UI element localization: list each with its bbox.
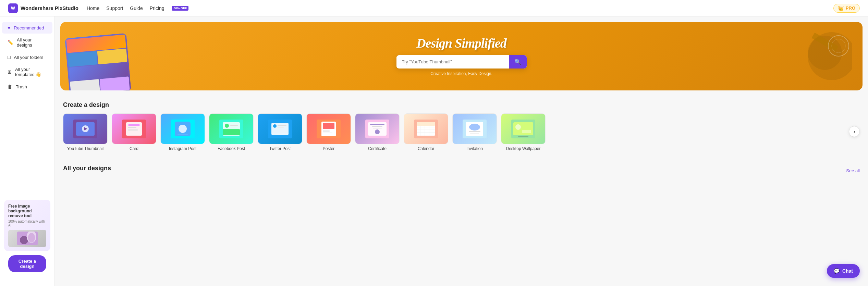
all-designs-section: All your designs See all [55, 159, 868, 187]
nav-support[interactable]: Support [106, 5, 123, 11]
svg-rect-21 [178, 135, 188, 135]
svg-rect-37 [323, 130, 330, 132]
certificate-label: Certificate [355, 146, 400, 151]
facebook-thumb [209, 113, 254, 144]
create-section-title: Create a design [63, 101, 860, 109]
design-card-certificate[interactable]: Certificate [355, 113, 400, 151]
brand-icon: W [8, 3, 18, 13]
svg-rect-42 [372, 126, 382, 127]
svg-point-20 [179, 125, 187, 133]
search-icon: 🔍 [514, 59, 521, 65]
sidebar-label-all-folders: All your folders [14, 55, 43, 60]
sidebar-item-trash[interactable]: 🗑 Trash [2, 81, 52, 92]
hero-right-decoration [787, 22, 856, 90]
poster-label: Poster [306, 146, 351, 151]
hero-right-graphic [791, 25, 852, 87]
sidebar-label-all-designs: All your designs [17, 37, 47, 48]
card-thumb [112, 113, 156, 144]
nav-guide[interactable]: Guide [130, 5, 143, 11]
twitter-label: Twitter Post [258, 146, 302, 151]
svg-rect-16 [128, 127, 136, 128]
hero-tablet-mockup [65, 33, 131, 90]
sidebar: ♥ Recommended ✏️ All your designs □ All … [0, 16, 55, 286]
search-input[interactable] [396, 56, 509, 68]
create-design-button[interactable]: Create a design [8, 255, 46, 272]
design-cards-row: YouTube Thumbnail Card [63, 113, 860, 154]
design-card-card[interactable]: Card [112, 113, 156, 151]
sidebar-label-trash: Trash [16, 84, 27, 89]
wallpaper-thumb [501, 113, 546, 144]
free-tool-title: Free image background remove tool [8, 204, 46, 218]
search-button[interactable]: 🔍 [509, 55, 527, 69]
svg-rect-36 [323, 123, 334, 129]
hero-title: Design Simplified [396, 36, 527, 51]
hero-banner: Design Simplified 🔍 Creative Inspiration… [60, 22, 863, 90]
chat-button[interactable]: 💬 Chat [827, 264, 860, 278]
sidebar-item-all-folders[interactable]: □ All your folders [2, 51, 52, 63]
design-card-invitation[interactable]: Invitation [452, 113, 497, 151]
svg-rect-47 [417, 122, 435, 126]
svg-rect-33 [272, 130, 288, 133]
design-card-wallpaper[interactable]: Desktop Wallpaper [501, 113, 546, 151]
section-header: All your designs See all [63, 165, 860, 177]
calendar-label: Calendar [404, 146, 448, 151]
svg-rect-57 [469, 131, 480, 132]
heart-icon: ♥ [8, 25, 10, 30]
twitter-thumb [258, 113, 302, 144]
free-tool-card[interactable]: Free image background remove tool 100% a… [4, 200, 50, 251]
nav-home[interactable]: Home [87, 5, 99, 11]
nav-links: Home Support Guide Pricing 60% OFF [87, 5, 188, 11]
svg-point-56 [469, 124, 480, 130]
design-card-poster[interactable]: Poster [306, 113, 351, 151]
svg-rect-27 [223, 129, 240, 135]
design-card-facebook[interactable]: Facebook Post [209, 113, 254, 151]
youtube-thumb [63, 113, 108, 144]
wallpaper-label: Desktop Wallpaper [501, 146, 546, 151]
design-card-youtube[interactable]: YouTube Thumbnail [63, 113, 108, 151]
carousel-next-button[interactable]: › [849, 126, 860, 137]
see-all-link[interactable]: See all [846, 168, 860, 173]
hero-search[interactable]: 🔍 [396, 55, 527, 69]
svg-rect-17 [128, 129, 138, 130]
design-card-twitter[interactable]: Twitter Post [258, 113, 302, 151]
design-card-instagram[interactable]: Instagram Post [160, 113, 205, 151]
crown-icon: 👑 [838, 5, 844, 11]
grid-icon: ⊞ [8, 69, 12, 75]
hero-tablet-inner [65, 33, 131, 90]
instagram-label: Instagram Post [160, 146, 205, 151]
svg-rect-26 [230, 127, 236, 127]
main-content: Design Simplified 🔍 Creative Inspiration… [55, 16, 868, 286]
sidebar-item-all-designs[interactable]: ✏️ All your designs [2, 34, 52, 51]
svg-point-24 [225, 124, 229, 128]
sidebar-item-recommended[interactable]: ♥ Recommended [2, 22, 52, 34]
youtube-label: YouTube Thumbnail [63, 146, 108, 151]
nav-pricing[interactable]: Pricing [150, 5, 164, 11]
invitation-thumb [452, 113, 497, 144]
pro-label: PRO [846, 5, 855, 11]
pro-badge[interactable]: 👑 PRO [833, 4, 860, 13]
invitation-label: Invitation [452, 146, 497, 151]
sidebar-bottom: Free image background remove tool 100% a… [0, 196, 54, 281]
svg-point-30 [273, 124, 277, 128]
hero-subtitle: Creative Inspiration, Easy Design. [396, 71, 527, 76]
card-label: Card [112, 146, 156, 151]
sidebar-label-recommended: Recommended [14, 25, 44, 30]
create-design-section: Create a design YouTube Thumbnail [55, 96, 868, 159]
brand-name: Wondershare PixStudio [21, 5, 78, 11]
ai-image-icon [17, 232, 38, 245]
svg-rect-38 [323, 133, 332, 133]
design-card-calendar[interactable]: Calendar [404, 113, 448, 151]
svg-rect-32 [278, 127, 284, 128]
brand-logo[interactable]: W Wondershare PixStudio [8, 3, 78, 13]
svg-rect-14 [126, 122, 142, 136]
svg-rect-43 [373, 128, 382, 128]
svg-rect-63 [518, 136, 528, 137]
discount-badge: 60% OFF [172, 6, 188, 11]
all-designs-title: All your designs [63, 165, 111, 172]
svg-rect-41 [370, 124, 384, 125]
cards-carousel-wrapper: YouTube Thumbnail Card [63, 113, 860, 154]
svg-point-44 [375, 129, 380, 134]
sidebar-item-all-templates[interactable]: ⊞ All your templates 👋 [2, 64, 52, 80]
svg-point-61 [515, 124, 521, 130]
main-layout: ♥ Recommended ✏️ All your designs □ All … [0, 16, 868, 286]
